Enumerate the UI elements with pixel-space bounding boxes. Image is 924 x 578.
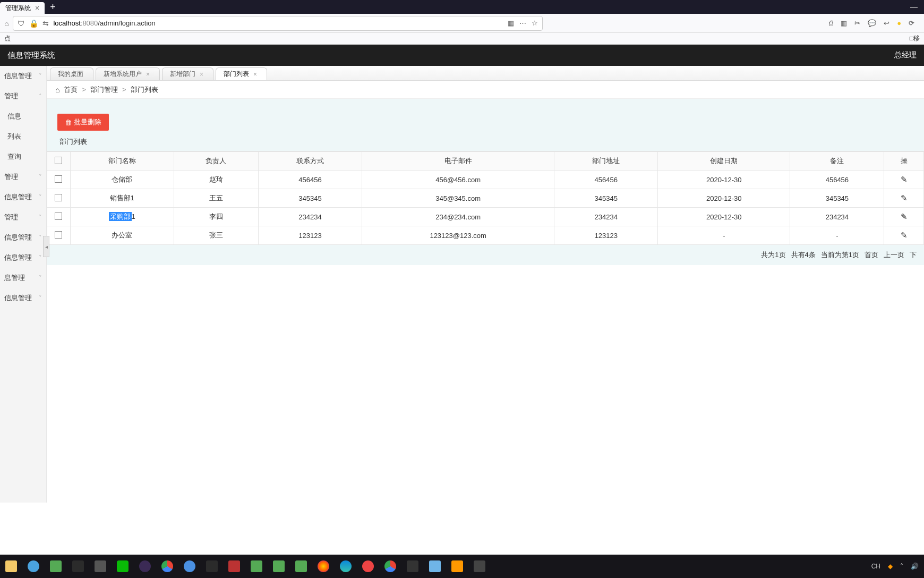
- cell-note: 234234: [790, 208, 884, 226]
- pager-total-pages: 共为1页: [761, 250, 785, 260]
- sidebar-item-info[interactable]: 信息: [0, 106, 46, 126]
- edit-icon[interactable]: [901, 232, 908, 240]
- sidebar-item-mgmt[interactable]: 管理˄: [0, 86, 46, 106]
- taskbar-app-icon[interactable]: [72, 560, 84, 572]
- breadcrumb-home[interactable]: 首页: [64, 85, 78, 95]
- close-icon[interactable]: ×: [200, 71, 203, 78]
- th-addr: 部门地址: [554, 152, 658, 171]
- pager-current: 当前为第1页: [821, 250, 859, 260]
- taskbar-wechat-icon[interactable]: [117, 560, 129, 572]
- breadcrumb-mid[interactable]: 部门管理: [90, 85, 118, 95]
- tab-new-user[interactable]: 新增系统用户×: [96, 67, 160, 80]
- sidebar-item-info5[interactable]: 息管理˅: [0, 268, 46, 288]
- taskbar-app-icon[interactable]: [407, 560, 418, 572]
- chevron-down-icon: ˅: [39, 275, 42, 282]
- close-icon[interactable]: ×: [35, 4, 39, 12]
- screenshot-icon[interactable]: ✂: [854, 19, 860, 27]
- cell-date: -: [658, 226, 790, 245]
- dot-icon[interactable]: ●: [897, 19, 901, 27]
- back-icon[interactable]: ↩: [884, 19, 889, 27]
- row-checkbox[interactable]: [55, 175, 62, 183]
- taskbar-app-icon[interactable]: [184, 560, 195, 572]
- taskbar-eclipse-icon[interactable]: [139, 560, 151, 572]
- pager-next[interactable]: 下: [910, 250, 917, 260]
- taskbar-app-icon[interactable]: [474, 560, 485, 572]
- panel-title: 部门列表: [57, 131, 913, 151]
- home-icon[interactable]: ⌂: [55, 86, 59, 94]
- url-input[interactable]: 🛡 🔒 ⇆ localhost:8080/admin/login.action …: [13, 16, 543, 31]
- taskbar-notepad-icon[interactable]: [429, 560, 441, 572]
- sidebar-item-info6[interactable]: 信息管理˅: [0, 288, 46, 308]
- taskbar-edge-icon[interactable]: [340, 560, 352, 572]
- mobile-link[interactable]: □移: [910, 34, 920, 43]
- tab-desktop[interactable]: 我的桌面: [50, 67, 93, 80]
- star-icon[interactable]: ☆: [532, 19, 538, 27]
- edit-icon[interactable]: [901, 213, 908, 221]
- refresh-icon[interactable]: ⟳: [909, 19, 914, 27]
- taskbar-intellij-icon[interactable]: [206, 560, 218, 572]
- browser-tab[interactable]: 管理系统 ×: [0, 2, 45, 14]
- sidebar-item-info2[interactable]: 信息管理˅: [0, 187, 46, 207]
- sidebar-collapse-handle[interactable]: ◂: [43, 236, 49, 257]
- batch-delete-button[interactable]: 🗑批量删除: [57, 114, 109, 131]
- taskbar-chrome-icon[interactable]: [161, 560, 173, 572]
- edit-icon[interactable]: [901, 194, 908, 202]
- close-icon[interactable]: ×: [146, 71, 150, 78]
- tab-new-dept[interactable]: 新增部门×: [162, 67, 213, 80]
- sidebar-item-info4[interactable]: 信息管理˅: [0, 248, 46, 268]
- edit-icon[interactable]: [901, 176, 908, 184]
- tray-volume-icon[interactable]: 🔊: [911, 563, 919, 570]
- taskbar-app-icon[interactable]: [95, 560, 106, 572]
- chat-icon[interactable]: 💬: [868, 19, 876, 27]
- cell-name: 办公室: [70, 226, 174, 245]
- shield-icon[interactable]: 🛡: [18, 19, 25, 28]
- pager-total-rows: 共有4条: [791, 250, 816, 260]
- sidebar-item-mgmt2[interactable]: 管理˅: [0, 167, 46, 187]
- sidebar-item-info-mgmt[interactable]: 信息管理˅: [0, 66, 46, 86]
- sidebar-item-query[interactable]: 查询: [0, 147, 46, 167]
- taskbar-app-icon[interactable]: [295, 560, 307, 572]
- bookmark-item[interactable]: 点: [4, 34, 11, 43]
- new-tab-button[interactable]: +: [45, 2, 61, 13]
- sidebar-item-info3[interactable]: 信息管理˅: [0, 227, 46, 248]
- taskbar-explorer-icon[interactable]: [5, 560, 17, 572]
- th-op: 操: [884, 152, 924, 171]
- select-all-checkbox[interactable]: [55, 157, 62, 164]
- taskbar-sublime-icon[interactable]: [451, 560, 463, 572]
- taskbar-chrome-canary-icon[interactable]: [384, 560, 396, 572]
- trash-icon: 🗑: [65, 118, 72, 126]
- close-icon[interactable]: ×: [253, 71, 257, 78]
- sidebar-item-list[interactable]: 列表: [0, 126, 46, 147]
- taskbar-opera-icon[interactable]: [362, 560, 374, 572]
- chevron-down-icon: ˅: [39, 73, 42, 80]
- taskbar-app-icon[interactable]: [273, 560, 285, 572]
- tab-dept-list[interactable]: 部门列表×: [216, 67, 267, 80]
- window-minimize-icon[interactable]: —: [904, 3, 924, 11]
- row-checkbox[interactable]: [55, 212, 62, 220]
- sidebar-item-mgmt3[interactable]: 管理˅: [0, 207, 46, 227]
- taskbar-app-icon[interactable]: [228, 560, 240, 572]
- home-icon[interactable]: ⌂: [4, 19, 8, 28]
- tray-ime[interactable]: CH: [871, 563, 880, 570]
- taskbar-app-icon[interactable]: [251, 560, 262, 572]
- chevron-down-icon: ˅: [39, 254, 42, 261]
- qr-icon[interactable]: ▦: [508, 19, 514, 27]
- taskbar-firefox-icon[interactable]: [318, 560, 329, 572]
- current-user[interactable]: 总经理: [894, 50, 917, 60]
- tray-chevron-up-icon[interactable]: ˄: [900, 563, 903, 570]
- browser-tab-strip: 管理系统 × + —: [0, 0, 924, 14]
- toggle-icon[interactable]: ⇆: [42, 19, 49, 28]
- sidebar-icon[interactable]: ▥: [841, 19, 847, 27]
- lock-icon[interactable]: 🔒: [29, 19, 38, 28]
- more-icon[interactable]: ⋯: [519, 19, 526, 27]
- cell-addr: 123123: [554, 226, 658, 245]
- pager-prev[interactable]: 上一页: [884, 250, 904, 260]
- cell-leader: 赵琦: [174, 171, 258, 189]
- pager-first[interactable]: 首页: [865, 250, 878, 260]
- taskbar-browser-icon[interactable]: [28, 560, 39, 572]
- taskbar-app-icon[interactable]: [50, 560, 62, 572]
- tray-app-icon[interactable]: ◆: [888, 563, 893, 570]
- row-checkbox[interactable]: [55, 194, 62, 201]
- library-icon[interactable]: ⎙: [829, 19, 833, 27]
- row-checkbox[interactable]: [55, 231, 62, 239]
